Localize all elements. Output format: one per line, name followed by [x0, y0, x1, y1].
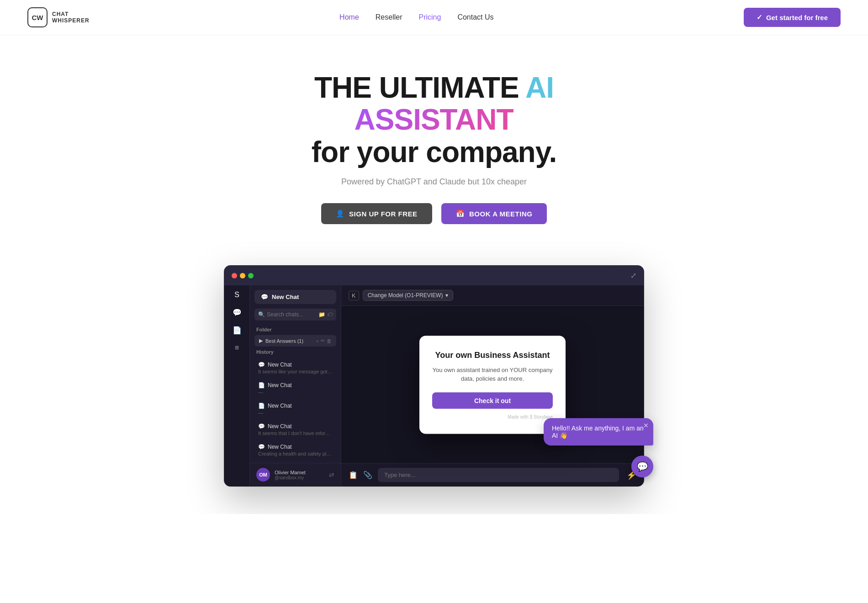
check-circle-icon: ✓: [757, 13, 762, 21]
chat-widget-icon: 💬: [637, 461, 648, 472]
app-mockup: ⤢ S 💬 📄 ≡ 💬 New Chat 🔍 📁: [206, 265, 662, 487]
chat-input[interactable]: [378, 468, 619, 482]
search-input[interactable]: [267, 310, 318, 319]
hero-headline: THE ULTIMATE AI ASSISTANT for your compa…: [247, 72, 621, 168]
toolbar-icon-attach[interactable]: 📎: [363, 471, 372, 479]
chat-icon-2: 📄: [258, 382, 265, 388]
hero-ai: AI: [525, 71, 554, 104]
avatar: OM: [256, 468, 270, 482]
list-item[interactable]: 📄New Chat —: [252, 399, 339, 419]
popup-title: Your own Business Assistant: [432, 350, 553, 360]
hero-subheadline: for your company.: [247, 136, 621, 168]
tag-icon-search: 🏷: [327, 311, 333, 318]
sidebar-icon-list[interactable]: ≡: [235, 344, 239, 352]
user-email: @sandbox.my: [275, 475, 306, 480]
history-list: 💬New Chat It seems like your message got…: [250, 357, 341, 463]
sidebar-icon-s[interactable]: S: [234, 291, 239, 299]
user-row: OM Olivier Mamet @sandbox.my ⇄: [250, 463, 341, 486]
popup-description: You own assistant trained on YOUR compan…: [432, 365, 553, 383]
signup-button[interactable]: 👤 SIGN UP FOR FREE: [321, 203, 432, 224]
chat-icon-1: 💬: [258, 362, 265, 368]
toolbar-icon-doc[interactable]: 📋: [349, 471, 358, 479]
folder-label: Folder: [250, 324, 341, 335]
k-badge: K: [349, 291, 359, 300]
folder-name: Best Answers (1): [263, 338, 316, 344]
app-window: ⤢ S 💬 📄 ≡ 💬 New Chat 🔍 📁: [224, 265, 644, 487]
list-item[interactable]: 💬New Chat It seems that I don't have inf…: [252, 419, 339, 440]
titlebar-right: ⤢: [630, 271, 636, 280]
expand-icon[interactable]: ⤢: [630, 271, 636, 280]
sidebar-icon-doc[interactable]: 📄: [233, 326, 242, 335]
list-item[interactable]: 💬New Chat It seems like your message got…: [252, 358, 339, 378]
maximize-button-traffic[interactable]: [248, 273, 254, 278]
main-topbar: K Change Model (O1-PREVIEW) ▾: [341, 285, 644, 306]
list-item[interactable]: 💬New Chat Creating a health and safety p…: [252, 440, 339, 460]
sidebar-icon-chat[interactable]: 💬: [233, 308, 242, 317]
chat-icon-3: 📄: [258, 403, 265, 409]
minimize-button-traffic[interactable]: [240, 273, 245, 278]
close-button-traffic[interactable]: [232, 273, 237, 278]
chat-icon-4: 💬: [258, 423, 265, 430]
get-started-button[interactable]: ✓ Get started for free: [744, 8, 841, 27]
navbar: CW CHAT WHISPERER Home Reseller Pricing …: [0, 0, 868, 35]
main-area: K Change Model (O1-PREVIEW) ▾ Your own B…: [341, 285, 644, 486]
close-bubble-button[interactable]: ✕: [643, 422, 649, 429]
new-chat-button[interactable]: 💬 New Chat: [254, 290, 336, 304]
hero-buttons: 👤 SIGN UP FOR FREE 📅 BOOK A MEETING: [247, 203, 621, 224]
business-assistant-popup: Your own Business Assistant You own assi…: [419, 336, 566, 434]
bottom-bar: 📋 📎 ⚡: [341, 463, 644, 486]
logo-icon: CW: [27, 7, 48, 27]
model-selector[interactable]: Change Model (O1-PREVIEW) ▾: [363, 290, 454, 301]
nav-item-home[interactable]: Home: [339, 13, 359, 21]
user-icon: 👤: [336, 210, 345, 218]
edit-folder-icon[interactable]: ✏: [321, 338, 325, 344]
delete-folder-icon[interactable]: 🗑: [327, 338, 332, 344]
add-folder-icon[interactable]: +: [316, 338, 319, 344]
chat-icon: 💬: [261, 294, 268, 300]
history-label: History: [250, 346, 341, 357]
nav-item-contact[interactable]: Contact Us: [457, 13, 493, 21]
left-panel: 💬 New Chat 🔍 📁 🏷 Folder ▶ Best Answers (…: [250, 285, 341, 486]
hero-section: THE ULTIMATE AI ASSISTANT for your compa…: [228, 35, 640, 242]
folder-item[interactable]: ▶ Best Answers (1) + ✏ 🗑: [254, 335, 336, 346]
hero-subtitle: Powered by ChatGPT and Claude but 10x ch…: [247, 177, 621, 187]
folder-chevron: ▶: [259, 338, 263, 344]
search-icon: 🔍: [258, 311, 265, 318]
search-bar-container: 🔍 📁 🏷: [254, 309, 336, 320]
chevron-down-icon: ▾: [445, 292, 448, 299]
app-sidebar: S 💬 📄 ≡: [224, 285, 250, 486]
user-name: Olivier Mamet: [275, 470, 306, 475]
calendar-icon: 📅: [456, 210, 465, 218]
nav-item-pricing[interactable]: Pricing: [418, 13, 441, 21]
popup-footer: Made with $ Storylane: [432, 414, 553, 419]
window-titlebar: ⤢: [224, 266, 644, 285]
app-body: S 💬 📄 ≡ 💬 New Chat 🔍 📁 🏷 Folder: [224, 285, 644, 486]
chat-bubble: ✕ Hello!! Ask me anything, I am an AI 👋: [544, 418, 653, 446]
traffic-lights: [232, 273, 254, 278]
list-item[interactable]: 📄New Chat —: [252, 378, 339, 399]
user-action-icon[interactable]: ⇄: [329, 471, 334, 478]
logo[interactable]: CW CHAT WHISPERER: [27, 7, 90, 27]
nav-item-reseller[interactable]: Reseller: [376, 13, 402, 21]
chat-icon-5: 💬: [258, 444, 265, 450]
folder-icon-search: 📁: [318, 311, 325, 318]
chat-widget-button[interactable]: 💬: [631, 456, 653, 477]
hero-assistant: ASSISTANT: [355, 103, 514, 136]
logo-text: CHAT WHISPERER: [52, 11, 90, 24]
book-meeting-button[interactable]: 📅 BOOK A MEETING: [441, 203, 547, 224]
check-it-out-button[interactable]: Check it out: [432, 392, 553, 409]
nav-links: Home Reseller Pricing Contact Us: [339, 13, 493, 21]
